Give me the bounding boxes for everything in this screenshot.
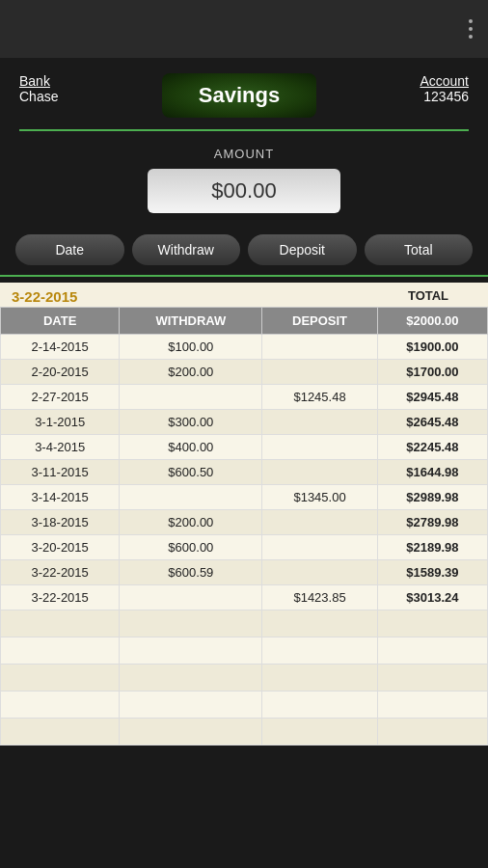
menu-icon[interactable] <box>469 19 473 39</box>
cell-withdraw: $200.00 <box>120 510 262 535</box>
cell-withdraw: $100.00 <box>120 335 262 360</box>
cell-withdraw <box>120 665 262 692</box>
cell-date <box>1 692 120 719</box>
cell-deposit <box>262 560 377 585</box>
cell-withdraw: $600.50 <box>120 460 262 485</box>
col-deposit: DEPOSIT <box>262 308 377 335</box>
table-row: 3-11-2015$600.50$1644.98 <box>1 460 488 485</box>
cell-deposit <box>262 692 377 719</box>
table-row <box>1 637 488 665</box>
savings-badge: Savings <box>162 73 316 118</box>
table-row: 3-22-2015$1423.85$3013.24 <box>1 585 488 610</box>
cell-date <box>1 610 120 637</box>
table-row: 2-14-2015$100.00$1900.00 <box>1 335 488 360</box>
cell-total: $1589.39 <box>377 560 487 585</box>
cell-deposit <box>262 610 377 637</box>
cell-total <box>377 637 487 665</box>
cell-date: 3-20-2015 <box>1 535 120 560</box>
table-row: 3-18-2015$200.00$2789.98 <box>1 510 488 535</box>
account-label: Account <box>420 73 469 89</box>
bank-name: Chase <box>19 89 58 104</box>
cell-date <box>1 665 120 692</box>
date-button[interactable]: Date <box>15 234 124 265</box>
total-column-header: TOTAL <box>372 288 488 305</box>
current-date-label: 3-22-2015 <box>0 288 372 305</box>
header: Bank Chase Savings Account 123456 <box>0 58 488 131</box>
cell-date: 3-14-2015 <box>1 485 120 510</box>
cell-deposit: $1345.00 <box>262 485 377 510</box>
cell-deposit <box>262 435 377 460</box>
cell-date: 2-27-2015 <box>1 385 120 410</box>
cell-total <box>377 610 487 637</box>
cell-deposit <box>262 360 377 385</box>
cell-withdraw: $200.00 <box>120 360 262 385</box>
cell-total: $3013.24 <box>377 585 487 610</box>
cell-date: 3-18-2015 <box>1 510 120 535</box>
cell-withdraw: $400.00 <box>120 435 262 460</box>
table-header-row: DATE WITHDRAW DEPOSIT $2000.00 <box>1 308 488 335</box>
table-row <box>1 692 488 719</box>
cell-total <box>377 719 487 746</box>
cell-date: 2-14-2015 <box>1 335 120 360</box>
table-divider <box>0 275 488 277</box>
total-button[interactable]: Total <box>365 234 474 265</box>
cell-total: $2945.48 <box>377 385 487 410</box>
transactions-table: DATE WITHDRAW DEPOSIT $2000.00 2-14-2015… <box>0 307 488 746</box>
cell-deposit <box>262 665 377 692</box>
amount-section: AMOUNT $00.00 <box>0 131 488 225</box>
table-row: 3-14-2015$1345.00$2989.98 <box>1 485 488 510</box>
table-section: 3-22-2015 TOTAL DATE WITHDRAW DEPOSIT $2… <box>0 283 488 868</box>
table-row <box>1 719 488 746</box>
account-number: 123456 <box>423 89 469 104</box>
cell-deposit <box>262 535 377 560</box>
cell-date <box>1 637 120 665</box>
header-divider <box>19 129 469 131</box>
cell-deposit <box>262 510 377 535</box>
cell-total: $2645.48 <box>377 410 487 435</box>
cell-withdraw <box>120 637 262 665</box>
table-row <box>1 610 488 637</box>
cell-total: $2989.98 <box>377 485 487 510</box>
col-date: DATE <box>1 308 120 335</box>
cell-withdraw <box>120 719 262 746</box>
cell-deposit <box>262 719 377 746</box>
table-row: 3-4-2015$400.00$2245.48 <box>1 435 488 460</box>
cell-withdraw: $600.00 <box>120 535 262 560</box>
cell-withdraw <box>120 385 262 410</box>
cell-deposit: $1423.85 <box>262 585 377 610</box>
table-row: 3-22-2015$600.59$1589.39 <box>1 560 488 585</box>
cell-withdraw <box>120 692 262 719</box>
bank-label: Bank <box>19 73 50 89</box>
col-total: $2000.00 <box>377 308 487 335</box>
col-withdraw: WITHDRAW <box>120 308 262 335</box>
cell-withdraw <box>120 610 262 637</box>
cell-date: 3-4-2015 <box>1 435 120 460</box>
account-info: Account 123456 <box>420 73 469 104</box>
cell-total: $1900.00 <box>377 335 487 360</box>
cell-date: 3-11-2015 <box>1 460 120 485</box>
cell-deposit <box>262 410 377 435</box>
cell-total: $2189.98 <box>377 535 487 560</box>
table-row <box>1 665 488 692</box>
amount-label: AMOUNT <box>19 147 469 161</box>
cell-deposit <box>262 460 377 485</box>
withdraw-button[interactable]: Withdraw <box>132 234 241 265</box>
cell-deposit: $1245.48 <box>262 385 377 410</box>
cell-date: 3-22-2015 <box>1 560 120 585</box>
table-row: 2-27-2015$1245.48$2945.48 <box>1 385 488 410</box>
cell-withdraw <box>120 485 262 510</box>
table-row: 3-20-2015$600.00$2189.98 <box>1 535 488 560</box>
button-row: Date Withdraw Deposit Total <box>0 225 488 275</box>
cell-withdraw <box>120 585 262 610</box>
cell-total <box>377 692 487 719</box>
cell-total: $1700.00 <box>377 360 487 385</box>
deposit-button[interactable]: Deposit <box>248 234 357 265</box>
bank-info: Bank Chase <box>19 73 58 104</box>
cell-withdraw: $600.59 <box>120 560 262 585</box>
cell-total: $2245.48 <box>377 435 487 460</box>
cell-deposit <box>262 335 377 360</box>
table-row: 2-20-2015$200.00$1700.00 <box>1 360 488 385</box>
top-bar <box>0 0 488 58</box>
cell-total <box>377 665 487 692</box>
amount-display[interactable]: $00.00 <box>148 169 340 213</box>
